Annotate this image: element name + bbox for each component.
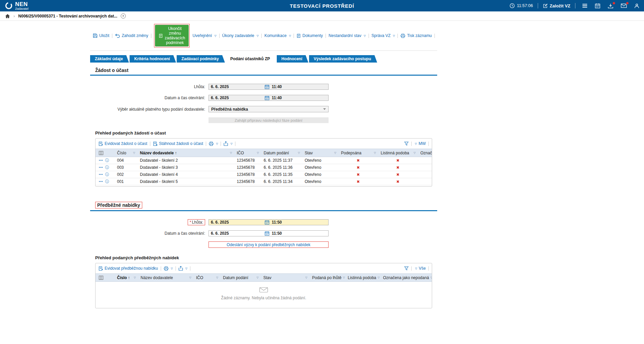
separator [206,142,206,146]
header-nazev-dodavatele[interactable]: Název dodavatele↑▽ [137,149,234,157]
lhuta-datetime-field[interactable]: 6. 6. 2025 11:40 [209,84,329,90]
menu-komunikace[interactable]: Komunikace ▽ [264,33,291,38]
menu-tisk-zaznamu[interactable]: Tisk záznamu [401,33,432,38]
evidovat-zadost-button[interactable]: Evidovat žádost o účast [99,141,147,146]
export-button[interactable]: ▽ [224,141,232,146]
filter-button[interactable] [404,266,409,270]
otevirani-datetime-field[interactable]: 6. 6. 2025 11:50 [209,230,329,236]
filter-dropdown-icon[interactable]: ▽ [305,276,307,279]
filter-dropdown-icon[interactable]: ▽ [257,276,259,279]
filter-dropdown-icon[interactable]: ▽ [133,151,135,154]
header-listinna-podoba[interactable]: Listinná podoba▽ [378,149,418,157]
info-icon[interactable]: ⓘ [105,172,109,178]
row-menu-icon[interactable]: ••• [99,180,103,183]
table-row[interactable]: •••ⓘ 004 Dodavatel - školení 2 12345678 … [96,157,432,164]
separator [428,142,429,146]
header-ico[interactable]: IČO▽ [234,149,261,157]
printer-icon [401,34,405,38]
print-button[interactable]: ▽ [209,142,218,146]
calendar-icon[interactable] [595,3,600,8]
header-datum-podani[interactable]: Datum podání▽ [220,274,261,281]
menu-ukony-zadavatele[interactable]: Úkony zadavatele ▽ [222,33,259,38]
filter-dropdown-icon[interactable]: ▽ [216,276,218,279]
header-ico[interactable]: IČO▽ [193,274,220,281]
row-menu-icon[interactable]: ••• [99,166,103,169]
calendar-picker-icon[interactable] [265,220,269,225]
info-icon[interactable]: ⓘ [105,158,109,163]
header-nazev-dodavatele[interactable]: Název dodavatele▽ [138,274,193,281]
create-vz-button[interactable]: Založit VZ [543,3,570,8]
filter-dropdown-icon[interactable]: ▽ [134,276,136,279]
calendar-picker-icon[interactable] [265,95,269,100]
filter-dropdown-icon[interactable]: ▽ [298,151,300,154]
tab-hodnoceni[interactable]: Hodnocení [277,55,308,63]
filter-dropdown-icon[interactable]: ▽ [378,276,380,279]
menu-sprava-vz[interactable]: Správa VZ ▽ [372,33,395,38]
calendar-picker-icon[interactable] [265,231,269,236]
filter-dropdown-icon[interactable]: ▽ [230,151,232,154]
header-cislo[interactable]: Číslo↑▽ [114,274,138,281]
tab-vysledek-zadavaciho-postupu[interactable]: Výsledek zadávacího postupu [309,55,377,63]
header-datum-podani[interactable]: Datum podání▽ [261,149,302,157]
filter-dropdown-icon[interactable]: ▽ [414,151,416,154]
save-button[interactable]: Uložit [93,33,109,38]
export-button[interactable]: ▽ [179,266,187,271]
filter-dropdown-icon[interactable]: ▽ [189,276,191,279]
filter-button[interactable] [404,142,409,146]
typ-podani-select[interactable]: Předběžná nabídka [209,106,329,112]
column-settings-cell[interactable] [96,274,114,281]
print-button[interactable]: ▽ [164,266,173,271]
menu-dokumenty[interactable]: Dokumenty [297,33,323,38]
view-selector[interactable]: ▽ Vše [414,266,426,271]
tab-zakladni-udaje[interactable]: Základní údaje [90,55,129,63]
info-icon[interactable]: ⓘ [105,165,109,170]
evidovat-nabidku-button[interactable]: Evidovat předběžnou nabídku [99,266,158,271]
user-profile-icon[interactable] [634,3,639,8]
header-listinna-podoba[interactable]: Listinná podoba▽ [345,274,380,281]
filter-dropdown-icon[interactable]: ▽ [374,151,376,154]
mail-icon[interactable] [621,3,627,8]
tab-kriteria-hodnoceni[interactable]: Kritéria hodnocení [129,55,176,63]
view-selector[interactable]: ▽ MW [414,141,426,146]
nen-logo-icon[interactable] [5,2,13,10]
stahnout-zadosti-button[interactable]: Stáhnout žádosti o účast [153,141,203,146]
filter-dropdown-icon[interactable]: ▽ [343,276,345,279]
row-menu-icon[interactable]: ••• [99,159,103,162]
tab-zadavaci-podminky[interactable]: Zadávací podmínky [177,55,225,63]
header-podana-po-lhute[interactable]: Podaná po lhůtě▽ [309,274,345,281]
cell-ico: 12345678 [234,179,261,184]
header-oznacena[interactable]: Označena jako nepodaná▽ [380,274,432,281]
header-podepsana[interactable]: Podepsána▽ [338,149,378,157]
column-settings-cell[interactable] [96,149,114,157]
otevirani-datetime-field[interactable]: 6. 6. 2025 11:40 [209,95,329,101]
close-icon[interactable]: × [121,13,126,18]
filter-dropdown-icon[interactable]: ▽ [430,276,432,279]
odeslani-vyzvy-link[interactable]: Odeslání výzvy k podání předběžných nabí… [227,242,310,247]
header-oznacena[interactable]: Označena jako nepodaná [418,149,432,157]
discard-changes-button[interactable]: Zahodit změny [115,33,148,38]
info-icon[interactable]: ⓘ [105,179,109,185]
menu-uverejneni[interactable]: Uveřejnění ▽ [192,33,216,38]
header-stav[interactable]: Stav▽ [302,149,338,157]
filter-dropdown-icon[interactable]: ▽ [257,151,259,154]
finish-change-button[interactable]: Ukončit změnu zadávacích podmínek [155,25,189,46]
breadcrumb-item[interactable]: N006/25/V00005371 - Testování archivovan… [18,14,117,18]
zahajit-pripravu-button[interactable]: Zahájit přípravu následující fáze podání [209,117,329,123]
row-menu-icon[interactable]: ••• [99,173,103,176]
table-row[interactable]: •••ⓘ 002 Dodavatel - školení 4 12345678 … [96,171,432,178]
home-icon[interactable] [5,14,10,18]
header-stav[interactable]: Stav▽ [261,274,309,281]
clock-icon [509,3,515,8]
lhuta-datetime-field[interactable]: 6. 6. 2025 11:50 [209,219,329,225]
table-row[interactable]: •••ⓘ 001 Dodavatel - školení 5 12345678 … [96,178,432,185]
table-row[interactable]: •••ⓘ 003 Dodavatel - školení 3 12345678 … [96,164,432,171]
chevron-down-icon: ▽ [171,267,173,270]
download-icon[interactable] [608,3,613,8]
menu-nestandardni-stav[interactable]: Nestandardní stav ▽ [329,33,366,38]
menu-hamburger-icon[interactable] [582,4,588,8]
filter-dropdown-icon[interactable]: ▽ [334,151,336,154]
header-cislo[interactable]: Číslo▽ [114,149,137,157]
clock-time: 11:57:06 [517,3,533,8]
tab-podani-ucastniku-zp[interactable]: Podání účastníků ZP [226,55,276,63]
calendar-picker-icon[interactable] [265,84,269,89]
